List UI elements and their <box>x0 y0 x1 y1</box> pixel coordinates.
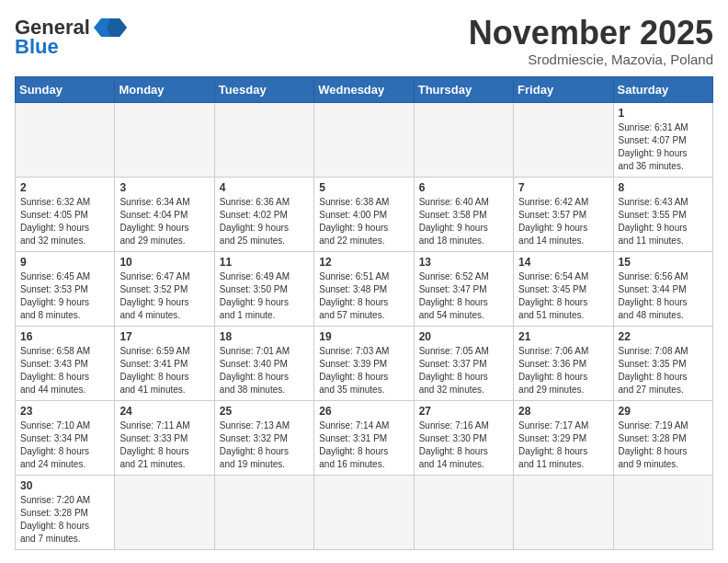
calendar-cell <box>115 102 214 177</box>
calendar-cell: 19Sunrise: 7:03 AMSunset: 3:39 PMDayligh… <box>314 326 414 400</box>
calendar-cell <box>414 475 513 549</box>
subtitle: Srodmiescie, Mazovia, Poland <box>469 52 713 67</box>
day-info: Sunrise: 7:16 AMSunset: 3:30 PMDaylight:… <box>419 419 508 471</box>
day-info: Sunrise: 6:38 AMSunset: 4:00 PMDaylight:… <box>319 196 408 247</box>
logo-blue-text: Blue <box>15 35 59 59</box>
calendar-cell: 21Sunrise: 7:06 AMSunset: 3:36 PMDayligh… <box>514 326 613 400</box>
day-info: Sunrise: 6:59 AMSunset: 3:41 PMDaylight:… <box>119 345 209 396</box>
day-number: 18 <box>220 330 309 343</box>
day-info: Sunrise: 7:10 AMSunset: 3:34 PMDaylight:… <box>20 419 109 471</box>
day-info: Sunrise: 7:01 AMSunset: 3:40 PMDaylight:… <box>220 345 309 396</box>
day-info: Sunrise: 6:34 AMSunset: 4:04 PMDaylight:… <box>119 196 209 247</box>
day-info: Sunrise: 7:11 AMSunset: 3:33 PMDaylight:… <box>119 419 209 471</box>
day-info: Sunrise: 7:19 AMSunset: 3:28 PMDaylight:… <box>619 419 708 471</box>
calendar-cell <box>613 475 712 549</box>
day-number: 15 <box>619 256 708 269</box>
calendar-week-0: 1Sunrise: 6:31 AMSunset: 4:07 PMDaylight… <box>16 102 713 177</box>
calendar-week-3: 16Sunrise: 6:58 AMSunset: 3:43 PMDayligh… <box>16 326 713 400</box>
day-info: Sunrise: 7:14 AMSunset: 3:31 PMDaylight:… <box>319 419 408 471</box>
day-info: Sunrise: 7:17 AMSunset: 3:29 PMDaylight:… <box>518 419 608 471</box>
calendar-cell: 2Sunrise: 6:32 AMSunset: 4:05 PMDaylight… <box>16 177 115 251</box>
day-info: Sunrise: 7:20 AMSunset: 3:28 PMDaylight:… <box>20 494 109 546</box>
header: General Blue November 2025 Srodmiescie, … <box>15 15 713 67</box>
weekday-header-monday: Monday <box>115 76 214 102</box>
day-info: Sunrise: 6:43 AMSunset: 3:55 PMDaylight:… <box>619 196 708 247</box>
day-number: 4 <box>220 181 309 194</box>
calendar-cell: 5Sunrise: 6:38 AMSunset: 4:00 PMDaylight… <box>314 177 414 251</box>
logo: General Blue <box>15 15 127 59</box>
day-number: 29 <box>619 405 708 418</box>
day-number: 22 <box>619 330 708 343</box>
day-number: 17 <box>119 330 209 343</box>
calendar-cell: 22Sunrise: 7:08 AMSunset: 3:35 PMDayligh… <box>613 326 712 400</box>
calendar-cell <box>514 102 613 177</box>
calendar-cell: 7Sunrise: 6:42 AMSunset: 3:57 PMDaylight… <box>514 177 613 251</box>
day-info: Sunrise: 7:13 AMSunset: 3:32 PMDaylight:… <box>220 419 309 471</box>
calendar-cell: 28Sunrise: 7:17 AMSunset: 3:29 PMDayligh… <box>514 400 613 475</box>
svg-marker-1 <box>107 18 127 37</box>
day-number: 26 <box>319 405 408 418</box>
day-info: Sunrise: 7:06 AMSunset: 3:36 PMDaylight:… <box>518 345 608 396</box>
weekday-header-wednesday: Wednesday <box>314 76 414 102</box>
day-number: 1 <box>619 107 708 120</box>
logo-icon <box>94 15 127 40</box>
weekday-header-tuesday: Tuesday <box>214 76 313 102</box>
calendar-cell <box>514 475 613 549</box>
day-number: 28 <box>518 405 608 418</box>
day-info: Sunrise: 7:08 AMSunset: 3:35 PMDaylight:… <box>619 345 708 396</box>
day-number: 20 <box>419 330 508 343</box>
day-info: Sunrise: 6:56 AMSunset: 3:44 PMDaylight:… <box>619 270 708 322</box>
calendar-cell <box>16 102 115 177</box>
title-area: November 2025 Srodmiescie, Mazovia, Pola… <box>469 15 713 67</box>
calendar-cell: 3Sunrise: 6:34 AMSunset: 4:04 PMDaylight… <box>115 177 214 251</box>
calendar-cell: 24Sunrise: 7:11 AMSunset: 3:33 PMDayligh… <box>115 400 214 475</box>
calendar-cell: 4Sunrise: 6:36 AMSunset: 4:02 PMDaylight… <box>214 177 313 251</box>
weekday-header-saturday: Saturday <box>613 76 712 102</box>
day-info: Sunrise: 6:52 AMSunset: 3:47 PMDaylight:… <box>419 270 508 322</box>
day-number: 9 <box>20 256 109 269</box>
day-number: 16 <box>20 330 109 343</box>
calendar-body: 1Sunrise: 6:31 AMSunset: 4:07 PMDaylight… <box>16 102 713 549</box>
calendar-cell: 29Sunrise: 7:19 AMSunset: 3:28 PMDayligh… <box>613 400 712 475</box>
calendar-cell: 12Sunrise: 6:51 AMSunset: 3:48 PMDayligh… <box>314 251 414 326</box>
calendar-cell: 15Sunrise: 6:56 AMSunset: 3:44 PMDayligh… <box>613 251 712 326</box>
day-number: 21 <box>518 330 608 343</box>
day-info: Sunrise: 6:31 AMSunset: 4:07 PMDaylight:… <box>619 121 708 173</box>
calendar-cell <box>414 102 513 177</box>
calendar-cell <box>115 475 214 549</box>
calendar-cell: 6Sunrise: 6:40 AMSunset: 3:58 PMDaylight… <box>414 177 513 251</box>
day-number: 23 <box>20 405 109 418</box>
day-number: 25 <box>220 405 309 418</box>
day-info: Sunrise: 6:36 AMSunset: 4:02 PMDaylight:… <box>220 196 309 247</box>
day-info: Sunrise: 6:45 AMSunset: 3:53 PMDaylight:… <box>20 270 109 322</box>
day-info: Sunrise: 7:05 AMSunset: 3:37 PMDaylight:… <box>419 345 508 396</box>
day-info: Sunrise: 6:47 AMSunset: 3:52 PMDaylight:… <box>119 270 209 322</box>
calendar-week-4: 23Sunrise: 7:10 AMSunset: 3:34 PMDayligh… <box>16 400 713 475</box>
day-number: 2 <box>20 181 109 194</box>
day-number: 13 <box>419 256 508 269</box>
calendar-cell: 25Sunrise: 7:13 AMSunset: 3:32 PMDayligh… <box>214 400 313 475</box>
day-number: 10 <box>119 256 209 269</box>
day-number: 5 <box>319 181 408 194</box>
calendar-cell <box>214 102 313 177</box>
calendar-cell: 14Sunrise: 6:54 AMSunset: 3:45 PMDayligh… <box>514 251 613 326</box>
day-number: 14 <box>518 256 608 269</box>
calendar-cell: 16Sunrise: 6:58 AMSunset: 3:43 PMDayligh… <box>16 326 115 400</box>
calendar-week-5: 30Sunrise: 7:20 AMSunset: 3:28 PMDayligh… <box>16 475 713 549</box>
calendar-cell <box>214 475 313 549</box>
calendar-cell: 18Sunrise: 7:01 AMSunset: 3:40 PMDayligh… <box>214 326 313 400</box>
day-info: Sunrise: 6:49 AMSunset: 3:50 PMDaylight:… <box>220 270 309 322</box>
day-info: Sunrise: 6:54 AMSunset: 3:45 PMDaylight:… <box>518 270 608 322</box>
calendar-cell: 20Sunrise: 7:05 AMSunset: 3:37 PMDayligh… <box>414 326 513 400</box>
day-number: 7 <box>518 181 608 194</box>
day-number: 27 <box>419 405 508 418</box>
calendar-cell: 8Sunrise: 6:43 AMSunset: 3:55 PMDaylight… <box>613 177 712 251</box>
day-number: 11 <box>220 256 309 269</box>
day-info: Sunrise: 6:32 AMSunset: 4:05 PMDaylight:… <box>20 196 109 247</box>
calendar-cell: 23Sunrise: 7:10 AMSunset: 3:34 PMDayligh… <box>16 400 115 475</box>
calendar-cell: 26Sunrise: 7:14 AMSunset: 3:31 PMDayligh… <box>314 400 414 475</box>
calendar-cell <box>314 475 414 549</box>
day-number: 3 <box>119 181 209 194</box>
calendar-week-1: 2Sunrise: 6:32 AMSunset: 4:05 PMDaylight… <box>16 177 713 251</box>
weekday-header-sunday: Sunday <box>16 76 115 102</box>
